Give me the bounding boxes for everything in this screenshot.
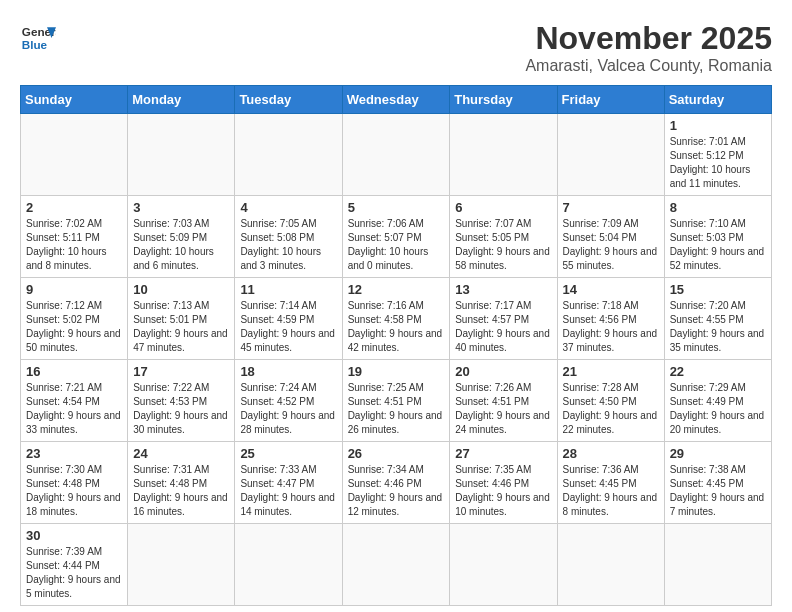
col-friday: Friday: [557, 86, 664, 114]
table-row: [557, 524, 664, 606]
table-row: [557, 114, 664, 196]
day-info: Sunrise: 7:33 AM Sunset: 4:47 PM Dayligh…: [240, 463, 336, 519]
day-number: 16: [26, 364, 122, 379]
day-info: Sunrise: 7:18 AM Sunset: 4:56 PM Dayligh…: [563, 299, 659, 355]
day-number: 10: [133, 282, 229, 297]
day-info: Sunrise: 7:34 AM Sunset: 4:46 PM Dayligh…: [348, 463, 445, 519]
day-number: 30: [26, 528, 122, 543]
day-number: 13: [455, 282, 551, 297]
day-number: 17: [133, 364, 229, 379]
table-row: [450, 524, 557, 606]
col-thursday: Thursday: [450, 86, 557, 114]
day-info: Sunrise: 7:17 AM Sunset: 4:57 PM Dayligh…: [455, 299, 551, 355]
table-row: 22Sunrise: 7:29 AM Sunset: 4:49 PM Dayli…: [664, 360, 771, 442]
calendar: Sunday Monday Tuesday Wednesday Thursday…: [20, 85, 772, 606]
table-row: 26Sunrise: 7:34 AM Sunset: 4:46 PM Dayli…: [342, 442, 450, 524]
calendar-week-row: 2Sunrise: 7:02 AM Sunset: 5:11 PM Daylig…: [21, 196, 772, 278]
table-row: 6Sunrise: 7:07 AM Sunset: 5:05 PM Daylig…: [450, 196, 557, 278]
calendar-week-row: 1Sunrise: 7:01 AM Sunset: 5:12 PM Daylig…: [21, 114, 772, 196]
day-number: 14: [563, 282, 659, 297]
table-row: [128, 524, 235, 606]
svg-text:Blue: Blue: [22, 38, 48, 51]
day-info: Sunrise: 7:30 AM Sunset: 4:48 PM Dayligh…: [26, 463, 122, 519]
day-number: 11: [240, 282, 336, 297]
table-row: 15Sunrise: 7:20 AM Sunset: 4:55 PM Dayli…: [664, 278, 771, 360]
table-row: 20Sunrise: 7:26 AM Sunset: 4:51 PM Dayli…: [450, 360, 557, 442]
calendar-week-row: 16Sunrise: 7:21 AM Sunset: 4:54 PM Dayli…: [21, 360, 772, 442]
col-saturday: Saturday: [664, 86, 771, 114]
table-row: 3Sunrise: 7:03 AM Sunset: 5:09 PM Daylig…: [128, 196, 235, 278]
day-info: Sunrise: 7:07 AM Sunset: 5:05 PM Dayligh…: [455, 217, 551, 273]
table-row: 18Sunrise: 7:24 AM Sunset: 4:52 PM Dayli…: [235, 360, 342, 442]
day-number: 21: [563, 364, 659, 379]
day-info: Sunrise: 7:02 AM Sunset: 5:11 PM Dayligh…: [26, 217, 122, 273]
table-row: [342, 524, 450, 606]
logo: General Blue: [20, 20, 56, 56]
day-info: Sunrise: 7:06 AM Sunset: 5:07 PM Dayligh…: [348, 217, 445, 273]
table-row: [235, 114, 342, 196]
day-number: 19: [348, 364, 445, 379]
table-row: [128, 114, 235, 196]
day-number: 5: [348, 200, 445, 215]
table-row: 19Sunrise: 7:25 AM Sunset: 4:51 PM Dayli…: [342, 360, 450, 442]
day-info: Sunrise: 7:29 AM Sunset: 4:49 PM Dayligh…: [670, 381, 766, 437]
day-info: Sunrise: 7:39 AM Sunset: 4:44 PM Dayligh…: [26, 545, 122, 601]
day-info: Sunrise: 7:03 AM Sunset: 5:09 PM Dayligh…: [133, 217, 229, 273]
calendar-week-row: 9Sunrise: 7:12 AM Sunset: 5:02 PM Daylig…: [21, 278, 772, 360]
col-sunday: Sunday: [21, 86, 128, 114]
day-number: 3: [133, 200, 229, 215]
table-row: 13Sunrise: 7:17 AM Sunset: 4:57 PM Dayli…: [450, 278, 557, 360]
table-row: 2Sunrise: 7:02 AM Sunset: 5:11 PM Daylig…: [21, 196, 128, 278]
day-number: 4: [240, 200, 336, 215]
day-number: 15: [670, 282, 766, 297]
table-row: 27Sunrise: 7:35 AM Sunset: 4:46 PM Dayli…: [450, 442, 557, 524]
page-header: General Blue November 2025 Amarasti, Val…: [20, 20, 772, 75]
table-row: [21, 114, 128, 196]
day-info: Sunrise: 7:38 AM Sunset: 4:45 PM Dayligh…: [670, 463, 766, 519]
table-row: 21Sunrise: 7:28 AM Sunset: 4:50 PM Dayli…: [557, 360, 664, 442]
day-info: Sunrise: 7:36 AM Sunset: 4:45 PM Dayligh…: [563, 463, 659, 519]
day-number: 29: [670, 446, 766, 461]
table-row: 14Sunrise: 7:18 AM Sunset: 4:56 PM Dayli…: [557, 278, 664, 360]
day-number: 27: [455, 446, 551, 461]
col-tuesday: Tuesday: [235, 86, 342, 114]
day-info: Sunrise: 7:16 AM Sunset: 4:58 PM Dayligh…: [348, 299, 445, 355]
day-number: 9: [26, 282, 122, 297]
table-row: 4Sunrise: 7:05 AM Sunset: 5:08 PM Daylig…: [235, 196, 342, 278]
table-row: 23Sunrise: 7:30 AM Sunset: 4:48 PM Dayli…: [21, 442, 128, 524]
logo-icon: General Blue: [20, 20, 56, 56]
calendar-week-row: 30Sunrise: 7:39 AM Sunset: 4:44 PM Dayli…: [21, 524, 772, 606]
table-row: 25Sunrise: 7:33 AM Sunset: 4:47 PM Dayli…: [235, 442, 342, 524]
day-number: 18: [240, 364, 336, 379]
table-row: 10Sunrise: 7:13 AM Sunset: 5:01 PM Dayli…: [128, 278, 235, 360]
day-number: 2: [26, 200, 122, 215]
day-number: 12: [348, 282, 445, 297]
day-info: Sunrise: 7:26 AM Sunset: 4:51 PM Dayligh…: [455, 381, 551, 437]
table-row: 1Sunrise: 7:01 AM Sunset: 5:12 PM Daylig…: [664, 114, 771, 196]
table-row: 11Sunrise: 7:14 AM Sunset: 4:59 PM Dayli…: [235, 278, 342, 360]
day-info: Sunrise: 7:01 AM Sunset: 5:12 PM Dayligh…: [670, 135, 766, 191]
day-info: Sunrise: 7:25 AM Sunset: 4:51 PM Dayligh…: [348, 381, 445, 437]
day-info: Sunrise: 7:28 AM Sunset: 4:50 PM Dayligh…: [563, 381, 659, 437]
table-row: 5Sunrise: 7:06 AM Sunset: 5:07 PM Daylig…: [342, 196, 450, 278]
day-number: 26: [348, 446, 445, 461]
table-row: 30Sunrise: 7:39 AM Sunset: 4:44 PM Dayli…: [21, 524, 128, 606]
table-row: 28Sunrise: 7:36 AM Sunset: 4:45 PM Dayli…: [557, 442, 664, 524]
table-row: 29Sunrise: 7:38 AM Sunset: 4:45 PM Dayli…: [664, 442, 771, 524]
day-info: Sunrise: 7:14 AM Sunset: 4:59 PM Dayligh…: [240, 299, 336, 355]
title-area: November 2025 Amarasti, Valcea County, R…: [525, 20, 772, 75]
day-number: 8: [670, 200, 766, 215]
table-row: [450, 114, 557, 196]
day-number: 24: [133, 446, 229, 461]
day-number: 23: [26, 446, 122, 461]
calendar-header-row: Sunday Monday Tuesday Wednesday Thursday…: [21, 86, 772, 114]
day-number: 22: [670, 364, 766, 379]
day-info: Sunrise: 7:31 AM Sunset: 4:48 PM Dayligh…: [133, 463, 229, 519]
day-info: Sunrise: 7:12 AM Sunset: 5:02 PM Dayligh…: [26, 299, 122, 355]
col-monday: Monday: [128, 86, 235, 114]
day-number: 28: [563, 446, 659, 461]
table-row: 7Sunrise: 7:09 AM Sunset: 5:04 PM Daylig…: [557, 196, 664, 278]
day-number: 1: [670, 118, 766, 133]
table-row: 24Sunrise: 7:31 AM Sunset: 4:48 PM Dayli…: [128, 442, 235, 524]
location-title: Amarasti, Valcea County, Romania: [525, 57, 772, 75]
